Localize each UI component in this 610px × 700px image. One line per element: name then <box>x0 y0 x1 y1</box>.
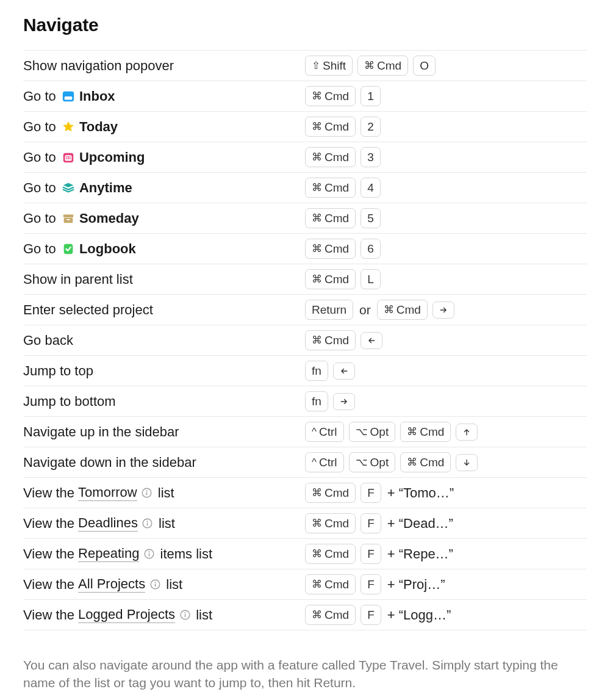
desc-text: View the <box>23 485 78 501</box>
key-cmd: ⌘ Cmd <box>305 239 356 259</box>
shortcut-keys: ⌘ CmdF+ “Repe…” <box>305 544 587 564</box>
key-cmd: ⌘ Cmd <box>305 269 356 289</box>
desc-text: Go back <box>23 333 73 348</box>
key-cmd: ⌘ Cmd <box>305 513 356 533</box>
shortcut-description: Show in parent list <box>23 272 305 287</box>
key-char-5: 5 <box>361 208 381 228</box>
shortcut-row: Jump to topfn <box>23 355 587 386</box>
shortcut-keys: ^ Ctrl⌥ Opt⌘ Cmd <box>305 452 587 472</box>
svg-rect-4 <box>66 156 67 157</box>
key-char-F: F <box>361 544 381 564</box>
svg-point-18 <box>147 521 148 522</box>
shortcut-keys: ⌘ Cmd3 <box>305 147 587 167</box>
logbook-icon <box>61 242 76 256</box>
key-ctrl: ^ Ctrl <box>305 422 344 442</box>
desc-text: Go to <box>23 241 60 257</box>
info-icon[interactable] <box>179 609 191 621</box>
desc-link[interactable]: Logged Projects <box>78 607 175 623</box>
key-char-F: F <box>361 483 381 503</box>
key-fn: fn <box>305 361 328 381</box>
key-cmd: ⌘ Cmd <box>305 178 356 198</box>
key-ctrl: ^ Ctrl <box>305 452 344 472</box>
key-cmd: ⌘ Cmd <box>377 300 428 320</box>
typed-query: + “Tomo…” <box>387 485 454 501</box>
key-arrow-left <box>361 332 382 349</box>
svg-rect-12 <box>66 218 70 220</box>
shortcut-keys: ⇧ Shift⌘ CmdO <box>305 56 587 76</box>
desc-text: View the <box>23 516 78 532</box>
desc-text: Go to <box>23 180 60 196</box>
shortcut-row: Navigate down in the sidebar^ Ctrl⌥ Opt⌘… <box>23 447 587 477</box>
desc-destination: Someday <box>79 211 139 226</box>
shortcut-row: Show navigation popover⇧ Shift⌘ CmdO <box>23 50 587 81</box>
desc-link[interactable]: All Projects <box>78 576 145 593</box>
desc-link[interactable]: Deadlines <box>78 515 138 532</box>
key-opt: ⌥ Opt <box>349 422 396 442</box>
shortcut-keys: ⌘ CmdF+ “Logg…” <box>305 605 587 625</box>
shortcut-row: Go to Someday⌘ Cmd5 <box>23 203 587 233</box>
key-cmd: ⌘ Cmd <box>305 208 356 228</box>
typed-query: + “Dead…” <box>387 516 453 532</box>
svg-rect-9 <box>70 157 71 159</box>
shortcut-description: Jump to bottom <box>23 394 305 410</box>
key-cmd: ⌘ Cmd <box>400 452 451 472</box>
shortcut-description: Navigate down in the sidebar <box>23 455 305 471</box>
info-icon[interactable] <box>141 487 153 499</box>
svg-rect-3 <box>65 155 71 161</box>
shortcut-keys: fn <box>305 361 587 381</box>
info-icon[interactable] <box>149 579 161 591</box>
desc-text: Go to <box>23 119 60 135</box>
desc-text: list <box>154 485 174 501</box>
desc-text: View the <box>23 607 78 623</box>
key-cmd: ⌘ Cmd <box>305 86 356 106</box>
shortcut-row: Go to Upcoming⌘ Cmd3 <box>23 142 587 172</box>
svg-rect-16 <box>146 492 147 495</box>
shortcut-description: Go to Upcoming <box>23 150 305 165</box>
shortcut-description: View the Deadlines list <box>23 515 305 532</box>
key-fn: fn <box>305 391 328 411</box>
key-return: Return <box>305 300 353 320</box>
shortcut-keys: ^ Ctrl⌥ Opt⌘ Cmd <box>305 422 587 442</box>
key-shift: ⇧ Shift <box>305 56 353 76</box>
typed-query: + “Proj…” <box>387 577 445 593</box>
key-cmd: ⌘ Cmd <box>305 483 356 503</box>
calendar-icon <box>61 150 76 165</box>
svg-rect-22 <box>149 553 149 556</box>
svg-point-27 <box>184 612 185 613</box>
shortcut-row: Go to Logbook⌘ Cmd6 <box>23 233 587 264</box>
shortcut-row: Enter selected projectReturnor⌘ Cmd <box>23 294 587 325</box>
shortcut-row: View the Repeating items list⌘ CmdF+ “Re… <box>23 538 587 569</box>
shortcut-description: Enter selected project <box>23 302 305 318</box>
svg-rect-28 <box>184 614 185 617</box>
desc-destination: Anytime <box>79 180 132 196</box>
desc-text: Navigate up in the sidebar <box>23 424 179 440</box>
shortcut-keys: ⌘ CmdF+ “Tomo…” <box>305 483 587 503</box>
key-connector: or <box>359 303 371 317</box>
shortcut-description: Go to Anytime <box>23 180 305 196</box>
shortcut-section: Navigate Show navigation popover⇧ Shift⌘… <box>0 0 610 700</box>
desc-text: list <box>192 607 212 623</box>
svg-rect-8 <box>68 157 69 159</box>
shortcut-description: Go to Today <box>23 119 305 135</box>
shortcut-row: View the Tomorrow list⌘ CmdF+ “Tomo…” <box>23 477 587 508</box>
svg-rect-11 <box>64 218 73 223</box>
shortcut-row: Go to Anytime⌘ Cmd4 <box>23 172 587 203</box>
desc-text: Enter selected project <box>23 302 153 318</box>
shortcut-description: View the Tomorrow list <box>23 485 305 501</box>
shortcut-row: View the Deadlines list⌘ CmdF+ “Dead…” <box>23 508 587 538</box>
info-icon[interactable] <box>142 518 154 530</box>
desc-link[interactable]: Repeating <box>78 546 139 562</box>
shortcut-row: Go to Inbox⌘ Cmd1 <box>23 81 587 111</box>
key-char-F: F <box>361 605 381 625</box>
shortcut-row: Jump to bottomfn <box>23 386 587 416</box>
desc-link[interactable]: Tomorrow <box>78 485 137 501</box>
shortcut-keys: ⌘ Cmd <box>305 330 587 350</box>
desc-text: list <box>155 516 175 532</box>
typed-query: + “Repe…” <box>387 546 453 562</box>
shortcut-keys: Returnor⌘ Cmd <box>305 300 587 320</box>
shortcut-row: Go to Today⌘ Cmd2 <box>23 111 587 142</box>
desc-destination: Inbox <box>79 88 115 104</box>
star-icon <box>61 120 76 134</box>
desc-text: items list <box>156 546 212 562</box>
info-icon[interactable] <box>143 548 155 560</box>
